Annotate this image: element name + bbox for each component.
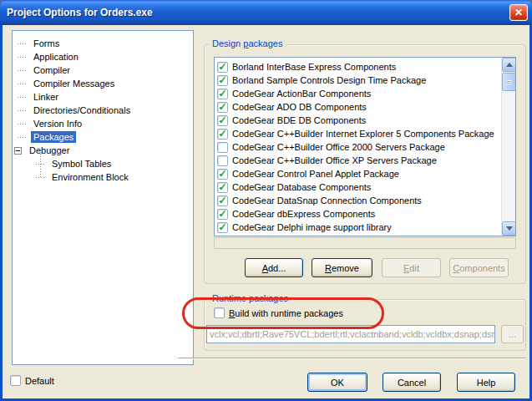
ok-button[interactable]: OK (307, 373, 367, 392)
tree-item-packages[interactable]: Packages (13, 130, 193, 144)
check-icon: ✓ (218, 223, 226, 231)
remove-button[interactable]: Remove (312, 258, 372, 277)
package-list-item[interactable]: ✓CodeGear C++Builder Internet Explorer 5… (215, 127, 515, 140)
runtime-packages-field[interactable]: vclx;vcl;dbrtl;Rave75VCL;bdertl;rtl;vcla… (206, 325, 495, 343)
package-label: Borland InterBase Express Components (232, 62, 396, 72)
close-button[interactable]: ✕ (509, 4, 528, 21)
checked-checkbox[interactable]: ✓ (217, 115, 228, 126)
tree-connector (18, 70, 28, 71)
checked-checkbox[interactable]: ✓ (217, 169, 228, 180)
tree-item-forms[interactable]: Forms (13, 37, 193, 50)
tree-connector (36, 177, 46, 178)
button-text: dd... (268, 263, 286, 273)
options-tree[interactable]: FormsApplicationCompilerCompiler Message… (12, 30, 194, 365)
tree-connector (18, 110, 28, 111)
checked-checkbox[interactable]: ✓ (217, 62, 228, 73)
label-text: ackages (248, 38, 282, 48)
tree-item-compiler[interactable]: Compiler (13, 63, 193, 77)
tree-branch-line (40, 154, 41, 179)
collapse-minus-icon[interactable] (14, 147, 22, 155)
package-list-item[interactable]: ✓Borland Sample Controls Design Time Pac… (215, 74, 515, 87)
build-with-runtime-packages-label: Build with runtime packages (229, 308, 343, 318)
list-scrollbar[interactable] (501, 58, 515, 236)
tree-item-application[interactable]: Application (13, 50, 193, 63)
package-list-item[interactable]: ✓Borland InterBase Express Components (215, 60, 515, 74)
checked-checkbox[interactable]: ✓ (217, 129, 228, 140)
design-packages-label: Design packages (210, 38, 285, 48)
package-list-item[interactable]: CodeGear C++Builder Office 2000 Servers … (215, 140, 515, 154)
check-icon: ✓ (218, 196, 226, 205)
tree-connector (18, 97, 28, 98)
scroll-thumb[interactable] (502, 73, 516, 91)
package-list-item[interactable]: ✓CodeGear ActionBar Components (215, 87, 515, 100)
tree-item-compiler-messages[interactable]: Compiler Messages (13, 77, 193, 90)
tree-item-label: Symbol Tables (49, 158, 114, 170)
checked-checkbox[interactable]: ✓ (217, 89, 228, 99)
default-checkbox[interactable] (10, 375, 21, 386)
package-list-item[interactable]: ✓CodeGear Database Components (215, 180, 515, 194)
tree-connector (18, 57, 28, 58)
button-accel: A (262, 263, 268, 273)
chevron-up-icon (506, 63, 513, 67)
dialog-content: FormsApplicationCompilerCompiler Message… (3, 25, 529, 398)
tree-item-label: Debugger (27, 145, 72, 156)
thumb-grip-icon (506, 80, 512, 84)
minus-glyph (16, 150, 20, 151)
window-title: Project Options for Orders.exe (7, 7, 153, 18)
tree-item-label: Environment Block (49, 171, 131, 183)
default-checkbox-label: Default (25, 376, 54, 386)
tree-item-label: Application (31, 51, 81, 63)
tree-item-label: Compiler Messages (31, 78, 117, 89)
package-label: CodeGear Control Panel Applet Package (232, 169, 399, 179)
unchecked-checkbox[interactable] (217, 142, 228, 153)
scroll-down-button[interactable] (502, 221, 516, 236)
tree-item-label: Directories/Conditionals (31, 104, 133, 116)
cancel-button[interactable]: Cancel (383, 373, 441, 392)
package-label: CodeGear DataSnap Connection Components (232, 195, 422, 206)
check-icon: ✓ (218, 116, 226, 124)
check-icon: ✓ (218, 63, 226, 71)
tree-connector (18, 124, 28, 124)
package-list-item[interactable]: ✓CodeGear DataSnap Connection Components (215, 194, 515, 207)
tree-item-linker[interactable]: Linker (13, 90, 193, 104)
package-list-item[interactable]: ✓CodeGear BDE DB Components (215, 114, 515, 127)
tree-item-version-info[interactable]: Version Info (13, 117, 193, 130)
check-icon: ✓ (218, 183, 226, 191)
build-with-runtime-packages-checkbox[interactable] (214, 307, 225, 318)
tree-item-label: Forms (31, 38, 62, 49)
checked-checkbox[interactable]: ✓ (217, 195, 228, 206)
package-list-item[interactable]: ✓CodeGear Delphi image support library (215, 221, 515, 234)
tree-connector (18, 84, 28, 84)
edit-button: Edit (382, 258, 441, 277)
package-label: CodeGear Delphi image support library (232, 222, 392, 232)
chevron-down-icon (506, 226, 513, 231)
package-label: CodeGear C++Builder Office 2000 Servers … (232, 142, 445, 152)
button-accel: R (325, 263, 332, 273)
checked-checkbox[interactable]: ✓ (217, 222, 228, 233)
tree-item-label: Compiler (31, 64, 73, 76)
package-list-item[interactable]: CodeGear C++Builder Office XP Servers Pa… (215, 154, 515, 167)
package-list-item[interactable]: ✓CodeGear ADO DB Components (215, 100, 515, 114)
title-bar[interactable]: Project Options for Orders.exe ✕ (0, 0, 532, 25)
checked-checkbox[interactable]: ✓ (217, 209, 228, 220)
add-button[interactable]: Add... (245, 258, 303, 277)
package-list-item[interactable]: ✓CodeGear dbExpress Components (215, 207, 515, 221)
package-label: CodeGear ActionBar Components (232, 89, 371, 99)
package-label: CodeGear Database Components (232, 182, 371, 192)
checked-checkbox[interactable]: ✓ (217, 75, 228, 86)
checked-checkbox[interactable]: ✓ (217, 102, 228, 113)
tree-item-label: Packages (31, 131, 76, 143)
unchecked-checkbox[interactable] (217, 155, 228, 166)
design-packages-list[interactable]: ✓Borland InterBase Express Components✓Bo… (214, 57, 516, 236)
scroll-up-button[interactable] (502, 58, 516, 72)
checked-checkbox[interactable]: ✓ (217, 182, 228, 193)
package-list-item[interactable]: ✓CodeGear Control Panel Applet Package (215, 167, 515, 180)
package-label: Borland Sample Controls Design Time Pack… (232, 75, 426, 85)
label-text: uild with runtime packages (235, 308, 343, 318)
help-button[interactable]: Help (457, 373, 515, 392)
runtime-packages-label: Runtime packages (210, 293, 291, 303)
tree-item-label: Version Info (31, 118, 84, 129)
check-icon: ✓ (218, 129, 226, 138)
tree-item-directories-conditionals[interactable]: Directories/Conditionals (13, 104, 193, 117)
button-text: dit (409, 263, 419, 273)
